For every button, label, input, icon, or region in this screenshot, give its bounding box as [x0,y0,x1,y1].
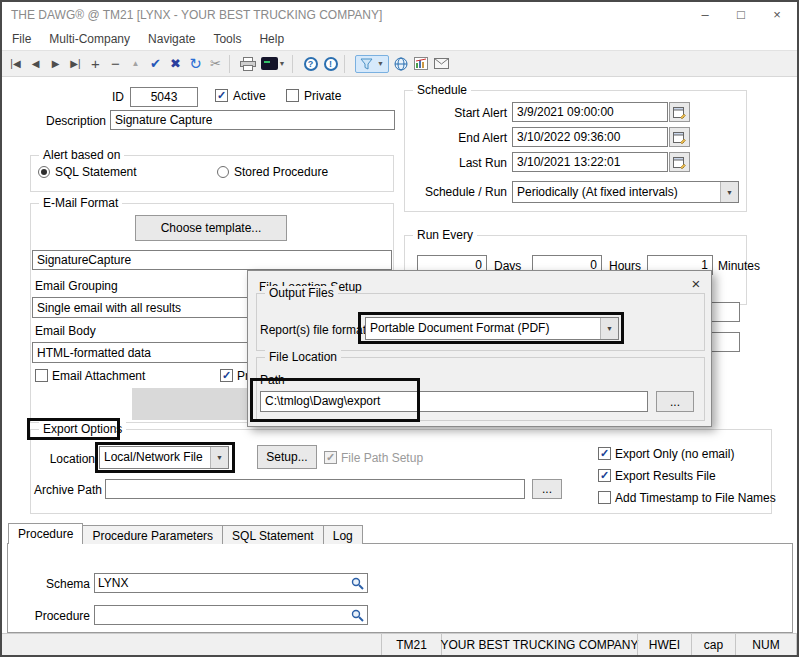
email-grouping-label: Email Grouping [35,279,118,293]
location-select[interactable]: Local/Network File ▼ [99,446,229,469]
location-label: Location [47,452,95,466]
schedule-run-value: Periodically (At fixed intervals) [513,182,720,202]
export-options-title: Export Options [39,422,126,436]
chevron-down-icon[interactable]: ▼ [720,182,738,202]
title-bar: THE DAWG® @ TM21 [LYNX - YOUR BEST TRUCK… [2,2,797,28]
schedule-run-select[interactable]: Periodically (At fixed intervals) ▼ [512,181,739,203]
save-button[interactable]: ✔ [146,53,165,74]
chevron-down-icon[interactable]: ▼ [210,447,228,468]
path-browse-button[interactable]: ... [656,391,694,412]
print-checkbox[interactable]: ✓ [220,369,233,382]
search-icon[interactable] [351,609,364,622]
tab-sql-statement[interactable]: SQL Statement [222,525,324,544]
chevron-down-icon[interactable]: ▼ [600,318,618,339]
status-company-code: TM21 [381,634,441,655]
help-button[interactable]: ? [301,53,320,74]
archive-path-browse-button[interactable]: ... [532,479,562,499]
collapse-up-button[interactable]: ▲ [126,53,145,74]
maximize-button[interactable]: □ [730,6,752,24]
stored-procedure-label: Stored Procedure [234,165,328,179]
archive-path-field[interactable] [105,479,525,499]
tab-log[interactable]: Log [323,525,363,544]
id-field[interactable]: 5043 [130,87,198,107]
choose-template-button[interactable]: Choose template... [135,215,287,241]
menu-multi-company[interactable]: Multi-Company [47,30,140,48]
info-button[interactable]: ! [321,53,340,74]
refresh-button[interactable]: ↻ [186,53,205,74]
tab-procedure-parameters[interactable]: Procedure Parameters [82,525,223,544]
toolbar-separator [229,55,234,73]
email-attachment-checkbox[interactable] [35,369,48,382]
active-checkbox[interactable]: ✓ [215,89,228,102]
calendar-icon [673,131,686,144]
mail-icon [434,58,449,69]
export-only-checkbox[interactable]: ✓ [598,447,611,460]
chevron-down-icon[interactable]: ▼ [377,60,384,67]
status-bar: TM21 YOUR BEST TRUCKING COMPANY HWEI cap… [2,633,797,655]
print-button[interactable] [238,53,257,74]
description-field[interactable]: Signature Capture [110,110,395,130]
private-checkbox[interactable] [286,89,299,102]
id-label: ID [98,90,124,104]
chart-icon [414,57,428,70]
location-value: Local/Network File [100,447,210,468]
search-icon[interactable] [351,577,364,590]
terminal-icon [261,57,278,70]
sql-statement-radio[interactable] [38,166,50,178]
file-path-setup-label: File Path Setup [341,451,423,465]
template-name-field[interactable]: SignatureCapture [32,250,392,270]
info-icon: ! [324,57,338,71]
report-format-label: Report(s) file format [260,323,366,337]
add-record-button[interactable]: + [86,53,105,74]
archive-path-label: Archive Path [30,483,102,497]
filter-toggle-button[interactable]: ▼ [355,55,389,73]
file-path-setup-checkbox[interactable]: ✓ [324,451,337,464]
printer-icon [240,57,256,71]
last-run-field[interactable]: 3/10/2021 13:22:01 [512,152,668,172]
chart-button[interactable] [412,53,431,74]
start-alert-picker-button[interactable] [669,102,690,122]
remove-record-button[interactable]: − [106,53,125,74]
menu-tools[interactable]: Tools [211,30,251,48]
add-timestamp-checkbox[interactable] [598,491,611,504]
stored-procedure-radio[interactable] [217,166,229,178]
report-format-select[interactable]: Portable Document Format (PDF) ▼ [365,317,619,340]
status-user: HWEI [637,634,691,655]
schema-field[interactable]: LYNX [94,573,368,593]
status-caps: cap [691,634,735,655]
nav-first-button[interactable]: |◀ [6,53,25,74]
close-button[interactable]: × [766,6,788,24]
tab-strip: Procedure Procedure Parameters SQL State… [8,523,362,544]
menu-navigate[interactable]: Navigate [146,30,205,48]
scissors-icon[interactable]: ✂ [206,53,225,74]
menu-help[interactable]: Help [257,30,294,48]
email-button[interactable] [432,53,451,74]
run-every-title: Run Every [413,228,477,242]
nav-previous-button[interactable]: ◀ [26,53,45,74]
nav-last-button[interactable]: ▶| [66,53,85,74]
export-only-label: Export Only (no email) [615,447,734,461]
cancel-button[interactable]: ✖ [166,53,185,74]
procedure-field[interactable] [94,605,368,625]
export-results-checkbox[interactable]: ✓ [598,469,611,482]
terminal-button[interactable]: ▼ [258,53,288,74]
path-field[interactable]: C:\tmlog\Dawg\export [260,391,648,412]
output-files-title: Output Files [265,286,338,300]
dialog-close-button[interactable]: × [688,277,704,291]
end-alert-picker-button[interactable] [669,127,690,147]
tab-procedure[interactable]: Procedure [8,523,83,544]
start-alert-label: Start Alert [430,106,507,120]
start-alert-field[interactable]: 3/9/2021 09:00:00 [512,102,668,122]
email-body-label: Email Body [35,324,96,338]
chevron-down-icon[interactable]: ▼ [279,60,286,67]
help-icon: ? [304,57,318,71]
minimize-button[interactable]: – [694,6,716,24]
menu-file[interactable]: File [10,30,41,48]
private-label: Private [304,89,341,103]
nav-next-button[interactable]: ▶ [46,53,65,74]
last-run-picker-button[interactable] [669,152,690,172]
end-alert-field[interactable]: 3/10/2022 09:36:00 [512,127,668,147]
setup-button[interactable]: Setup... [257,445,317,469]
status-company-name: YOUR BEST TRUCKING COMPANY [441,634,637,655]
web-button[interactable] [392,53,411,74]
